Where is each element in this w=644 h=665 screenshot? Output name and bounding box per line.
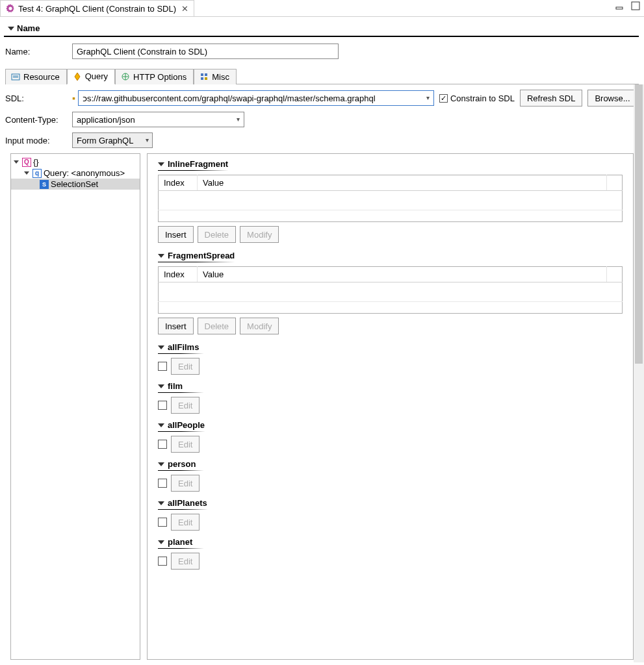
tab-title: Test 4: GraphQL Client (Constrain to SDL… xyxy=(18,4,176,14)
col-value[interactable]: Value xyxy=(198,175,607,191)
field-checkbox[interactable] xyxy=(158,518,167,527)
content-type-combo[interactable]: ▾ xyxy=(72,112,244,127)
refresh-sdl-button[interactable]: Refresh SDL xyxy=(520,90,582,107)
tab-label: Resource xyxy=(23,72,60,82)
edit-button[interactable]: Edit xyxy=(171,397,200,414)
sdl-input[interactable] xyxy=(79,91,422,105)
section-label: InlineFragment xyxy=(168,159,228,169)
tab-misc[interactable]: Misc xyxy=(194,69,237,84)
modify-button[interactable]: Modify xyxy=(240,226,279,243)
maximize-icon[interactable] xyxy=(631,1,640,12)
svg-rect-7 xyxy=(201,77,203,80)
section-film[interactable]: film xyxy=(158,381,203,393)
delete-button[interactable]: Delete xyxy=(198,318,237,334)
query-icon xyxy=(73,72,82,81)
section-inline-fragment[interactable]: InlineFragment xyxy=(158,159,228,171)
col-spacer xyxy=(607,175,623,191)
section-label: planet xyxy=(168,537,192,547)
tab-http-options[interactable]: HTTP Options xyxy=(115,69,194,84)
col-index[interactable]: Index xyxy=(159,175,198,191)
checkbox-label: Constrain to SDL xyxy=(450,94,515,103)
scroll-thumb[interactable] xyxy=(635,84,643,364)
scrollbar[interactable] xyxy=(634,84,644,662)
field-checkbox[interactable] xyxy=(158,440,167,449)
field-checkbox[interactable] xyxy=(158,479,167,488)
section-allPlanets[interactable]: allPlanets xyxy=(158,498,207,510)
name-input[interactable] xyxy=(72,44,339,59)
section-label: allPeople xyxy=(168,420,205,430)
insert-button[interactable]: Insert xyxy=(158,226,194,243)
fragment-spread-table[interactable]: Index Value xyxy=(158,266,623,314)
section-planet[interactable]: planet xyxy=(158,537,203,549)
svg-rect-1 xyxy=(616,7,623,9)
browse-button[interactable]: Browse... xyxy=(587,90,637,107)
caret-down-icon xyxy=(158,162,164,166)
inline-fragment-table[interactable]: Index Value xyxy=(158,175,623,222)
constrain-to-sdl-checkbox[interactable]: ✓ Constrain to SDL xyxy=(439,94,515,103)
query-root-icon: Q xyxy=(22,158,31,167)
misc-icon xyxy=(200,72,209,81)
tree-root[interactable]: Q {} xyxy=(11,157,140,168)
input-mode-combo[interactable]: ▾ xyxy=(72,132,153,148)
minimize-icon[interactable] xyxy=(615,1,625,12)
edit-button[interactable]: Edit xyxy=(171,436,200,453)
checkbox-checked-icon: ✓ xyxy=(439,94,448,103)
resource-icon xyxy=(11,72,20,81)
field-checkbox[interactable] xyxy=(158,362,167,371)
tab-query[interactable]: Query xyxy=(67,69,115,84)
delete-button[interactable]: Delete xyxy=(198,226,237,243)
tree-query[interactable]: q Query: <anonymous> xyxy=(11,168,140,179)
section-label: person xyxy=(168,459,196,469)
svg-rect-8 xyxy=(205,77,207,80)
tree-label: {} xyxy=(33,157,39,167)
modify-button[interactable]: Modify xyxy=(240,318,279,334)
input-mode-label: Input mode: xyxy=(5,136,67,145)
section-name-header[interactable]: Name xyxy=(4,21,639,37)
expand-icon[interactable] xyxy=(24,171,29,175)
section-person[interactable]: person xyxy=(158,459,203,471)
content-type-label: Content-Type: xyxy=(5,115,67,125)
sdl-combo[interactable]: ▾ xyxy=(78,90,434,106)
selectionset-icon: S xyxy=(40,180,49,189)
section-label: film xyxy=(168,381,183,391)
edit-button[interactable]: Edit xyxy=(171,553,200,570)
tab-label: Query xyxy=(85,71,108,81)
svg-rect-6 xyxy=(205,73,207,76)
close-icon[interactable]: ✕ xyxy=(181,4,188,14)
edit-button[interactable]: Edit xyxy=(171,358,200,375)
tab-label: HTTP Options xyxy=(133,72,187,82)
query-tree[interactable]: Q {} q Query: <anonymous> S SelectionSet xyxy=(10,153,140,660)
section-allFilms[interactable]: allFilms xyxy=(158,342,203,354)
section-label: allPlanets xyxy=(168,498,207,508)
editor-tab-active[interactable]: Test 4: GraphQL Client (Constrain to SDL… xyxy=(0,0,194,16)
field-checkbox[interactable] xyxy=(158,557,167,566)
col-value[interactable]: Value xyxy=(198,267,607,282)
caret-down-icon xyxy=(158,254,164,258)
query-node-icon: q xyxy=(32,169,42,178)
chevron-down-icon[interactable]: ▾ xyxy=(142,133,152,147)
tree-selectionset[interactable]: S SelectionSet xyxy=(11,179,140,190)
name-label: Name: xyxy=(5,47,67,56)
edit-button[interactable]: Edit xyxy=(171,514,200,531)
section-fragment-spread[interactable]: FragmentSpread xyxy=(158,251,235,262)
edit-button[interactable]: Edit xyxy=(171,475,200,492)
sdl-label: SDL: xyxy=(5,94,67,103)
input-mode-value[interactable] xyxy=(73,133,142,147)
tab-resource[interactable]: Resource xyxy=(5,69,67,84)
caret-down-icon xyxy=(8,27,14,31)
insert-button[interactable]: Insert xyxy=(158,318,194,334)
field-checkbox[interactable] xyxy=(158,401,167,410)
marker-icon: ▪ xyxy=(72,93,75,103)
tab-label: Misc xyxy=(212,72,229,82)
svg-point-0 xyxy=(8,6,12,10)
chevron-down-icon[interactable]: ▾ xyxy=(422,91,433,105)
caret-down-icon xyxy=(158,540,164,544)
section-allPeople[interactable]: allPeople xyxy=(158,420,205,432)
chevron-down-icon[interactable]: ▾ xyxy=(233,112,244,127)
expand-icon[interactable] xyxy=(14,160,19,164)
tree-label: SelectionSet xyxy=(51,179,98,189)
col-index[interactable]: Index xyxy=(159,267,198,282)
section-label: allFilms xyxy=(168,342,199,352)
caret-down-icon xyxy=(158,462,164,466)
content-type-input[interactable] xyxy=(73,112,233,127)
